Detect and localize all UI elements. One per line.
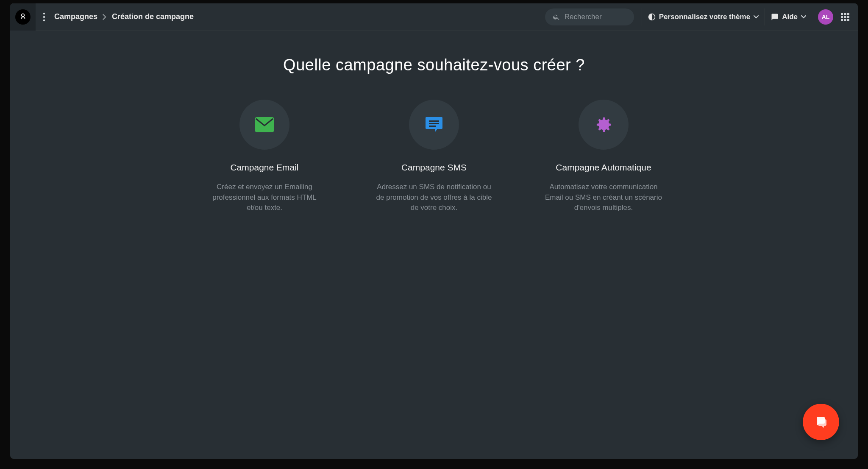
chevron-down-icon — [754, 15, 759, 19]
svg-rect-13 — [255, 117, 274, 132]
breadcrumb: Campagnes Création de campagne — [54, 12, 194, 21]
avatar[interactable]: AL — [818, 9, 833, 25]
svg-rect-12 — [847, 19, 849, 21]
search-icon — [553, 13, 560, 21]
svg-point-1 — [43, 16, 45, 17]
breadcrumb-root[interactable]: Campagnes — [54, 12, 97, 21]
svg-rect-5 — [844, 13, 846, 15]
svg-rect-4 — [841, 13, 843, 15]
search-input[interactable] — [565, 13, 626, 21]
email-icon — [239, 100, 289, 150]
more-menu-button[interactable] — [36, 3, 53, 31]
option-title: Campagne Automatique — [556, 162, 651, 173]
app-logo[interactable] — [10, 3, 36, 31]
campaign-options: Campagne Email Créez et envoyez un Email… — [27, 100, 841, 213]
svg-rect-6 — [847, 13, 849, 15]
gear-icon — [579, 100, 629, 150]
svg-rect-7 — [841, 16, 843, 18]
chevron-right-icon — [103, 14, 107, 20]
theme-button[interactable]: Personnalisez votre thème — [642, 8, 765, 25]
option-desc: Automatisez votre communication Email ou… — [544, 182, 663, 213]
avatar-initials: AL — [822, 14, 830, 20]
main-content: Quelle campagne souhaitez-vous créer ? C… — [10, 31, 858, 239]
svg-rect-10 — [841, 19, 843, 21]
chevron-down-icon — [801, 15, 806, 19]
help-icon — [771, 13, 779, 21]
chat-fab[interactable] — [803, 404, 839, 440]
app-switcher-button[interactable] — [838, 10, 852, 24]
svg-rect-14 — [429, 120, 439, 122]
help-button[interactable]: Aide — [765, 8, 812, 25]
option-desc: Adressez un SMS de notification ou de pr… — [375, 182, 493, 213]
campaign-option-sms[interactable]: Campagne SMS Adressez un SMS de notifica… — [375, 100, 493, 213]
svg-point-2 — [43, 19, 45, 21]
apps-grid-icon — [840, 12, 850, 22]
option-title: Campagne SMS — [401, 162, 467, 173]
chat-icon — [812, 413, 829, 430]
search-box[interactable] — [545, 8, 634, 25]
svg-rect-16 — [429, 126, 436, 127]
logo-circle-icon — [15, 9, 31, 25]
breadcrumb-current: Création de campagne — [112, 12, 194, 21]
campaign-option-auto[interactable]: Campagne Automatique Automatisez votre c… — [544, 100, 663, 213]
svg-rect-11 — [844, 19, 846, 21]
app-frame: Campagnes Création de campagne Personnal… — [10, 3, 858, 459]
page-title: Quelle campagne souhaitez-vous créer ? — [27, 56, 841, 74]
topbar: Campagnes Création de campagne Personnal… — [10, 3, 858, 31]
help-label: Aide — [782, 13, 798, 21]
svg-rect-15 — [429, 123, 439, 124]
sms-icon — [409, 100, 459, 150]
option-desc: Créez et envoyez un Emailing professionn… — [205, 182, 324, 213]
campaign-option-email[interactable]: Campagne Email Créez et envoyez un Email… — [205, 100, 324, 213]
svg-rect-9 — [847, 16, 849, 18]
svg-rect-8 — [844, 16, 846, 18]
svg-point-0 — [43, 12, 45, 14]
option-title: Campagne Email — [230, 162, 298, 173]
theme-label: Personnalisez votre thème — [659, 13, 750, 21]
theme-icon — [648, 13, 656, 21]
